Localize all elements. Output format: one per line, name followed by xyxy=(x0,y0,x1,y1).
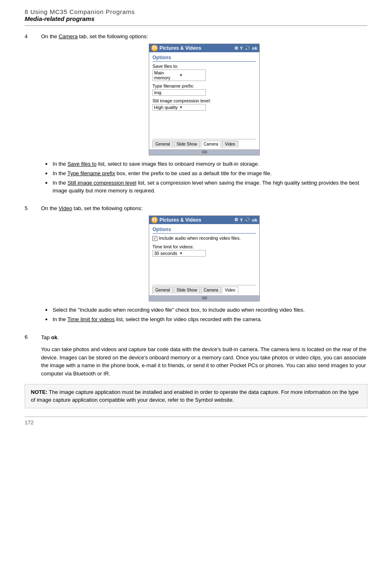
video-titlebar: 🎞 Pictures & Videos ⚙ Y 🔊 ok xyxy=(149,216,259,224)
step-5-text: On the Video tab, set the following opti… xyxy=(41,205,367,211)
chapter-title: 8 Using MC35 Companion Programs xyxy=(25,8,367,15)
tab-camera-v[interactable]: Camera xyxy=(201,287,221,294)
note-text: The image capture application must be in… xyxy=(31,389,359,403)
bullet-5-1: • Select the "Include audio when recordi… xyxy=(45,306,367,314)
audio-checkbox[interactable]: ✓ xyxy=(152,236,157,241)
camera-ok-button[interactable]: ok xyxy=(252,46,257,51)
tab-slideshow[interactable]: Slide Show xyxy=(174,141,200,148)
tab-general[interactable]: General xyxy=(152,141,173,148)
bullet-dot-4-2: • xyxy=(45,170,53,177)
time-limit-dropdown[interactable]: 30 seconds ▼ xyxy=(152,250,206,257)
page-header: 8 Using MC35 Companion Programs Media-re… xyxy=(25,8,367,22)
video-titlebar-left: 🎞 Pictures & Videos xyxy=(151,217,201,223)
camera-app-icon: 🎞 xyxy=(151,45,158,51)
page-number: 172 xyxy=(25,417,367,426)
bullet-4-3: • In the Still image compression level l… xyxy=(45,179,367,194)
video-titlebar-controls: ⚙ Y 🔊 ok xyxy=(234,217,257,222)
save-files-arrow: ▼ xyxy=(179,73,204,77)
filename-prefix-label: Type filename prefix: xyxy=(152,83,256,88)
audio-checkbox-label: Include audio when recording video files… xyxy=(159,236,241,241)
step-6-content: Tap ok. xyxy=(41,334,367,341)
camera-tabs: General Slide Show Camera Video xyxy=(152,139,256,148)
step-5-block: 5 On the Video tab, set the following op… xyxy=(25,205,367,328)
bullet-text-4-1: In the Save files to list, select to sav… xyxy=(53,160,367,168)
step-4-block: 4 On the Camera tab, set the following o… xyxy=(25,33,367,199)
bullet-text-4-3: In the Still image compression level lis… xyxy=(53,179,367,194)
tab-video-v[interactable]: Video xyxy=(222,287,238,294)
ok-bold: ok xyxy=(51,334,58,340)
video-volume-icon: 🔊 xyxy=(244,217,250,222)
step-6-block: 6 Tap ok. xyxy=(25,334,367,341)
time-limit-value: 30 seconds xyxy=(154,251,179,256)
camera-titlebar: 🎞 Pictures & Videos ⚙ Y 🔊 ok xyxy=(149,44,259,52)
camera-keyboard: ⌨ xyxy=(149,149,259,155)
bullet-dot-5-1: • xyxy=(45,306,53,314)
bullet-4-1: • In the Save files to list, select to s… xyxy=(45,160,367,168)
step-5-number: 5 xyxy=(25,205,41,328)
step-4-text: On the Camera tab, set the following opt… xyxy=(41,33,367,39)
note-box: NOTE: The image capture application must… xyxy=(25,384,367,408)
bullet-text-5-2: In the Time limit for videos list, selec… xyxy=(53,316,367,323)
time-limit-arrow: ▼ xyxy=(179,251,204,255)
video-app-icon: 🎞 xyxy=(151,217,158,223)
step-5-bullets: • Select the "Include audio when recordi… xyxy=(45,306,367,323)
step-4-number: 4 xyxy=(25,33,41,199)
camera-window-title: Pictures & Videos xyxy=(159,45,201,51)
video-options-label: Options xyxy=(152,227,256,234)
bullet-text-4-2: In the Type filename prefix box, enter t… xyxy=(53,170,367,177)
video-signal-icon: ⚙ xyxy=(234,217,238,222)
step-5-content: On the Video tab, set the following opti… xyxy=(41,205,367,328)
camera-spacer xyxy=(152,113,256,136)
camera-volume-icon: 🔊 xyxy=(244,46,250,51)
video-body: Options ✓ Include audio when recording v… xyxy=(149,224,259,295)
compression-value: High quality xyxy=(154,105,179,110)
compression-label: Stil image compression level: xyxy=(152,98,256,103)
tab-video-cam[interactable]: Video xyxy=(222,141,238,148)
camera-body: Options Save files to: Main memory ▼ Typ… xyxy=(149,52,259,149)
save-files-label: Save files to: xyxy=(152,64,256,69)
step-6-number: 6 xyxy=(25,334,41,341)
save-files-value: Main memory xyxy=(154,70,179,80)
bullet-dot-5-2: • xyxy=(45,316,53,323)
step6-period: . xyxy=(58,334,59,340)
main-paragraph: You can take photos and videos and captu… xyxy=(41,345,367,377)
tab-camera[interactable]: Camera xyxy=(201,141,221,148)
camera-antenna-icon: Y xyxy=(240,46,243,51)
note-label: NOTE: xyxy=(31,389,47,395)
step-4-content: On the Camera tab, set the following opt… xyxy=(41,33,367,199)
video-antenna-icon: Y xyxy=(240,218,243,222)
camera-options-label: Options xyxy=(152,55,256,62)
filename-prefix-input[interactable]: img xyxy=(152,89,206,96)
bullet-dot-4-3: • xyxy=(45,179,53,194)
video-window-title: Pictures & Videos xyxy=(159,217,201,223)
camera-window: 🎞 Pictures & Videos ⚙ Y 🔊 ok Options Sav… xyxy=(149,44,260,155)
camera-titlebar-left: 🎞 Pictures & Videos xyxy=(151,45,201,51)
bullet-dot-4-1: • xyxy=(45,160,53,168)
video-tabs: General Slide Show Camera Video xyxy=(152,285,256,294)
save-files-dropdown[interactable]: Main memory ▼ xyxy=(152,69,206,81)
section-title: Media-related programs xyxy=(25,15,367,22)
bullet-4-2: • In the Type filename prefix box, enter… xyxy=(45,170,367,177)
time-limit-label: Time limit for videos: xyxy=(152,244,256,249)
video-spacer xyxy=(152,259,256,282)
compression-dropdown[interactable]: High quality ▼ xyxy=(152,104,206,111)
video-keyboard: ⌨ xyxy=(149,295,259,301)
tab-slideshow-v[interactable]: Slide Show xyxy=(174,287,200,294)
camera-signal-icon: ⚙ xyxy=(234,46,238,51)
compression-arrow: ▼ xyxy=(179,105,204,109)
header-divider xyxy=(25,25,367,26)
bullet-text-5-1: Select the "Include audio when recording… xyxy=(53,306,367,314)
video-ok-button[interactable]: ok xyxy=(252,218,257,222)
camera-titlebar-controls: ⚙ Y 🔊 ok xyxy=(234,46,257,51)
audio-checkbox-row: ✓ Include audio when recording video fil… xyxy=(152,236,256,241)
video-window: 🎞 Pictures & Videos ⚙ Y 🔊 ok Options ✓ I… xyxy=(149,215,260,301)
step-4-bullets: • In the Save files to list, select to s… xyxy=(45,160,367,194)
bullet-5-2: • In the Time limit for videos list, sel… xyxy=(45,316,367,323)
tab-general-v[interactable]: General xyxy=(152,287,173,294)
